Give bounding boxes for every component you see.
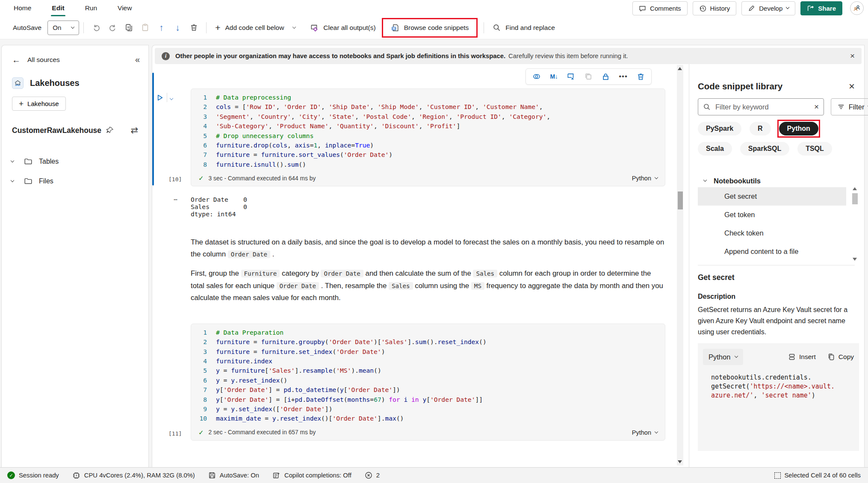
run-options-chevron-icon[interactable] xyxy=(170,94,173,101)
run-cell-button[interactable] xyxy=(156,94,164,101)
copilot-status[interactable]: Copilot completions: Off xyxy=(272,471,351,480)
code-cell-2[interactable]: 1# Data Preparation2furniture = furnitur… xyxy=(152,324,665,441)
code-line[interactable]: 2cols = ['Row ID', 'Order ID', 'Ship Dat… xyxy=(191,102,665,112)
code-line[interactable]: 6y = y.reset_index() xyxy=(191,376,665,385)
menu-view[interactable]: View xyxy=(117,2,133,15)
lock-cell-icon[interactable] xyxy=(602,73,610,81)
menu-run[interactable]: Run xyxy=(84,2,98,15)
snippet-search-box[interactable]: × xyxy=(698,98,824,115)
code-line[interactable]: 5y = furniture['Sales'].resample('MS').m… xyxy=(191,366,665,375)
code-line[interactable]: 9y = y.set_index(['Order Date']) xyxy=(191,404,665,414)
share-button[interactable]: Share xyxy=(800,1,842,15)
all-sources-label[interactable]: All sources xyxy=(27,56,60,64)
snippet-group-header[interactable]: Notebookutils xyxy=(698,174,859,187)
resource-usage[interactable]: CPU 4vCores (2.4%), RAM 32G (8.0%) xyxy=(72,471,195,480)
code-line[interactable]: 3'Segment', 'Country', 'City', 'State', … xyxy=(191,112,665,121)
snippet-item-check-token[interactable]: Check token xyxy=(698,224,846,242)
code-line[interactable]: 8y['Order Date'] = [i+pd.DateOffset(mont… xyxy=(191,395,665,404)
markdown-cell[interactable]: The dataset is structured on a daily bas… xyxy=(191,236,665,304)
pill-r[interactable]: R xyxy=(750,122,771,135)
code-editor[interactable]: 1# Data preprocessing2cols = ['Row ID', … xyxy=(191,88,665,186)
error-count[interactable]: 2 xyxy=(365,471,380,479)
more-options-icon[interactable]: ••• xyxy=(619,72,628,81)
snippet-item-get-token[interactable]: Get token xyxy=(698,206,846,224)
cell-language-selector[interactable]: Python xyxy=(632,175,658,182)
copy-snippet-button[interactable]: Copy xyxy=(827,353,854,361)
autosave-status[interactable]: AutoSave: On xyxy=(208,471,259,479)
pill-sparksql[interactable]: SparkSQL xyxy=(740,142,789,156)
code-line[interactable]: 10maximim_date = y.reset_index()['Order … xyxy=(191,414,665,423)
code-line[interactable]: 7y['Order Date'] = pd.to_datetime(y['Ord… xyxy=(191,385,665,395)
paste-button[interactable] xyxy=(137,20,153,36)
tree-item-files[interactable]: Files xyxy=(2,171,148,191)
pill-python[interactable]: Python xyxy=(779,122,818,135)
scrollbar-thumb[interactable] xyxy=(852,193,858,204)
code-line[interactable]: 7furniture = furniture.sort_values('Orde… xyxy=(191,150,665,159)
swap-lakehouse-icon[interactable]: ⇄ xyxy=(130,125,138,135)
code-line[interactable]: 1# Data preprocessing xyxy=(191,93,665,102)
add-lakehouse-button[interactable]: + Lakehouse xyxy=(12,97,66,111)
undo-button[interactable] xyxy=(88,20,104,36)
delete-cell-icon[interactable] xyxy=(637,73,645,81)
redo-button[interactable] xyxy=(104,20,121,36)
delete-cell-button[interactable] xyxy=(186,20,202,36)
account-avatar[interactable] xyxy=(850,1,864,15)
collapse-output-icon[interactable]: ⋯ xyxy=(174,196,191,218)
scroll-up-arrow[interactable] xyxy=(678,67,682,70)
move-cell-up-button[interactable]: ↑ xyxy=(153,20,169,36)
pin-icon[interactable] xyxy=(106,127,114,134)
close-icon[interactable]: × xyxy=(849,81,855,91)
browse-code-snippets-button[interactable]: Browse code snippets xyxy=(387,20,473,35)
snippet-item-get-secret[interactable]: Get secret xyxy=(698,187,846,206)
scroll-down-arrow[interactable] xyxy=(678,460,682,463)
scroll-down-arrow[interactable] xyxy=(853,258,857,261)
code-line[interactable]: 4furniture.index xyxy=(191,356,665,366)
code-editor[interactable]: 1# Data Preparation2furniture = furnitur… xyxy=(191,324,665,441)
code-line[interactable]: 2furniture = furniture.groupby('Order Da… xyxy=(191,337,665,347)
autosave-dropdown[interactable]: On xyxy=(47,21,79,35)
code-line[interactable]: 3furniture = furniture.set_index('Order … xyxy=(191,347,665,356)
clear-search-icon[interactable]: × xyxy=(814,102,819,112)
filter-button[interactable]: Filter xyxy=(831,98,868,115)
cell-language-selector[interactable]: Python xyxy=(632,429,658,436)
history-button[interactable]: History xyxy=(693,1,737,15)
chevron-down-icon[interactable] xyxy=(11,161,24,162)
clear-cell-output-icon[interactable] xyxy=(567,72,575,81)
data-wrangler-icon[interactable] xyxy=(532,72,541,81)
move-cell-down-button[interactable]: ↓ xyxy=(169,20,186,36)
pill-tsql[interactable]: TSQL xyxy=(797,142,832,156)
back-arrow-icon[interactable]: ← xyxy=(12,56,21,64)
code-line[interactable]: 1# Data Preparation xyxy=(191,328,665,337)
snippet-list-scrollbar[interactable] xyxy=(852,187,858,261)
develop-button[interactable]: Develop xyxy=(741,1,795,15)
menu-edit[interactable]: Edit xyxy=(51,2,65,15)
add-code-cell-button[interactable]: + Add code cell below xyxy=(211,20,300,35)
tree-item-tables[interactable]: Tables xyxy=(2,152,148,171)
duplicate-cell-icon[interactable] xyxy=(584,72,593,81)
line-number: 10 xyxy=(191,414,216,423)
scrollbar-thumb[interactable] xyxy=(678,191,683,209)
pill-pyspark[interactable]: PySpark xyxy=(698,122,741,135)
chevron-down-icon[interactable] xyxy=(11,181,24,182)
close-icon[interactable]: × xyxy=(850,51,855,61)
notebook-scrollbar[interactable] xyxy=(677,65,683,465)
code-line[interactable]: 4'Sub-Category', 'Product Name', 'Quanti… xyxy=(191,121,665,131)
snippet-search-input[interactable] xyxy=(714,103,810,112)
find-and-replace-button[interactable]: Find and replace xyxy=(488,20,559,35)
code-cell-1[interactable]: M↓ ••• xyxy=(152,68,665,186)
code-line[interactable]: 8furniture.isnull().sum() xyxy=(191,160,665,169)
comments-button[interactable]: Comments xyxy=(632,1,688,15)
lakehouse-name[interactable]: CustomerRawLakehouse xyxy=(12,126,101,135)
snippet-item-append-content[interactable]: Append content to a file xyxy=(698,242,846,261)
collapse-sidebar-icon[interactable]: « xyxy=(135,55,140,65)
snippet-language-dropdown[interactable]: Python xyxy=(703,349,743,365)
code-line[interactable]: 5# Drop unnecessary columns xyxy=(191,131,665,141)
scroll-up-arrow[interactable] xyxy=(853,187,857,190)
code-line[interactable]: 6furniture.drop(cols, axis=1, inplace=Tr… xyxy=(191,141,665,150)
menu-home[interactable]: Home xyxy=(13,2,32,15)
convert-to-markdown-icon[interactable]: M↓ xyxy=(550,73,558,80)
pill-scala[interactable]: Scala xyxy=(698,142,732,156)
insert-snippet-button[interactable]: Insert xyxy=(788,353,816,361)
copy-button[interactable] xyxy=(121,20,137,36)
clear-all-outputs-button[interactable]: Clear all output(s) xyxy=(306,20,380,35)
